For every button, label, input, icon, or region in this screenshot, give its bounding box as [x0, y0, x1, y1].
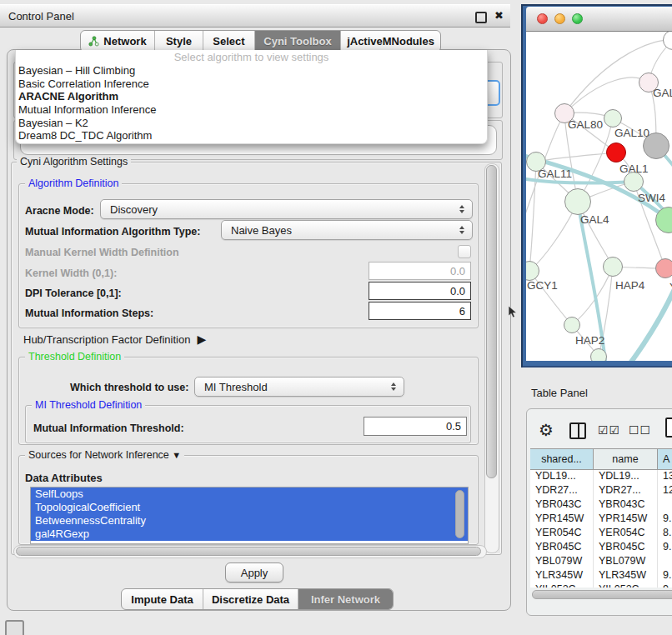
list-item[interactable]: gal4RGexp [31, 528, 468, 541]
aracne-mode-select[interactable]: Discovery [100, 199, 473, 219]
network-node-highlighted[interactable] [606, 142, 626, 162]
column-header-shared-name[interactable]: shared... [530, 449, 594, 469]
network-node[interactable] [590, 348, 607, 361]
network-window-titlebar[interactable] [526, 7, 672, 32]
table-row[interactable]: YDR27...YDR27...12 [530, 483, 672, 498]
sources-title[interactable]: Sources for Network Inference ▼ [25, 450, 184, 461]
select-all-icon[interactable]: ☑☑ [598, 423, 620, 437]
zoom-traffic-light-icon[interactable] [572, 13, 583, 24]
control-panel-tabbar: Network Style Select Cyni Toolbox jActiv… [80, 30, 441, 52]
dpi-tolerance-input[interactable]: 0.0 [369, 282, 471, 300]
dropdown-option-selected[interactable]: ARACNE Algorithm [16, 90, 487, 103]
column-header-name[interactable]: name [594, 449, 658, 469]
node-label: GAL80 [568, 118, 603, 131]
tab-impute-data[interactable]: Impute Data [122, 589, 203, 609]
node-label: HAP4 [615, 279, 644, 292]
table-row[interactable]: YIL052CYIL052C9 [530, 582, 672, 588]
deselect-all-icon[interactable]: ☐☐ [629, 423, 651, 437]
cell: YBR043C [594, 498, 658, 512]
tab-style[interactable]: Style [155, 31, 203, 52]
list-item[interactable]: BetweennessCentrality [31, 514, 468, 528]
cyni-settings-title: Cyni Algorithm Settings [17, 157, 131, 168]
kernel-width-value: 0.0 [450, 265, 465, 278]
table-header: shared... name A [530, 448, 672, 470]
new-table-icon[interactable] [665, 418, 672, 438]
tab-discretize-data[interactable]: Discretize Data [203, 589, 298, 609]
column-header-clipped[interactable]: A [658, 449, 672, 469]
table-row[interactable]: YDL19...YDL19...13 [530, 469, 672, 483]
which-threshold-select[interactable]: MI Threshold [194, 377, 404, 397]
stepper-arrows-icon [459, 226, 464, 234]
mi-steps-input[interactable]: 6 [369, 302, 471, 320]
cell: YLR345W [594, 568, 658, 582]
kernel-width-input[interactable]: 0.0 [369, 262, 471, 280]
node-label: GAL1 [619, 162, 649, 175]
screen: Control Panel ✖ Network Style Select Cyn… [0, 0, 672, 635]
cell: YIL052C [530, 582, 594, 588]
table-hscrollbar-thumb[interactable] [532, 590, 672, 599]
table-row[interactable]: YBR043CYBR043C [530, 498, 672, 512]
table-row[interactable]: YLR345WYLR345W9. [530, 568, 672, 582]
node-label: HAP2 [575, 334, 604, 347]
cell [658, 498, 672, 512]
mi-threshold-input[interactable]: 0.5 [364, 417, 467, 436]
network-node[interactable] [603, 257, 623, 277]
tab-cyni-toolbox-label: Cyni Toolbox [263, 35, 331, 48]
close-icon[interactable]: ✖ [494, 9, 504, 22]
minimize-traffic-light-icon[interactable] [554, 13, 565, 24]
table-row[interactable]: YBL079WYBL079W [530, 554, 672, 568]
aracne-mode-value: Discovery [110, 203, 158, 216]
network-node[interactable] [604, 109, 622, 128]
dropdown-option[interactable]: Bayesian – Hill Climbing [16, 64, 487, 78]
tab-impute-data-label: Impute Data [131, 593, 193, 606]
settings-vscrollbar-thumb[interactable] [486, 165, 497, 478]
tab-cyni-toolbox[interactable]: Cyni Toolbox [255, 31, 341, 52]
dock-panel-button[interactable] [5, 620, 24, 635]
dropdown-option[interactable]: Mutual Information Inference [16, 103, 487, 117]
mi-steps-value: 6 [459, 305, 465, 318]
apply-button[interactable]: Apply [225, 562, 283, 582]
tab-jactivemnodules[interactable]: jActiveMNodules [341, 31, 440, 52]
cell: YDL19... [530, 469, 594, 483]
tab-select[interactable]: Select [203, 31, 255, 52]
dropdown-option[interactable]: Basic Correlation Inference [16, 78, 487, 91]
network-node[interactable] [655, 258, 672, 278]
mouse-cursor [509, 306, 519, 319]
manual-kernel-checkbox[interactable] [458, 245, 471, 258]
algorithm-dropdown-popup: Select algorithm to view settings Bayesi… [15, 50, 488, 144]
tab-network[interactable]: Network [81, 31, 155, 52]
table-body: YDL19...YDL19...13 YDR27...YDR27...12 YB… [530, 469, 672, 588]
table-row[interactable]: YPR145WYPR145W9. [530, 512, 672, 526]
list-item[interactable]: TopologicalCoefficient [31, 501, 468, 514]
hub-definition-toggle[interactable]: Hub/Transcription Factor Definition ▶ [23, 332, 206, 346]
table-row[interactable]: YER054CYER054C8. [530, 526, 672, 540]
settings-hscrollbar-thumb[interactable] [16, 547, 481, 556]
aracne-mode-label: Aracne Mode: [25, 205, 94, 217]
tab-style-label: Style [166, 35, 192, 48]
cell: 9 [658, 582, 672, 588]
list-item[interactable]: SelfLoops [31, 488, 468, 501]
dropdown-option[interactable]: Bayesian – K2 [16, 117, 487, 130]
cell: 13 [658, 469, 672, 483]
cell [658, 554, 672, 568]
node-label: GAL4 [580, 213, 609, 226]
cell: YBR045C [594, 540, 658, 554]
which-threshold-value: MI Threshold [204, 381, 268, 393]
dropdown-option[interactable]: Dream8 DC_TDC Algorithm [16, 129, 487, 142]
mi-algorithm-type-select[interactable]: Naive Bayes [221, 220, 473, 240]
sources-title-label: Sources for Network Inference [28, 449, 169, 461]
float-window-icon[interactable] [475, 12, 487, 23]
cell: 9. [658, 568, 672, 582]
attributes-vscrollbar-thumb[interactable] [455, 490, 464, 538]
data-attributes-list[interactable]: SelfLoops TopologicalCoefficient Between… [30, 487, 469, 544]
split-view-icon[interactable] [569, 422, 586, 439]
network-node[interactable] [564, 317, 580, 333]
cell: YIL052C [594, 582, 658, 588]
table-row[interactable]: YBR045CYBR045C9. [530, 540, 672, 554]
tab-infer-network[interactable]: Infer Network [298, 589, 393, 609]
network-node[interactable] [564, 188, 591, 215]
node-label: GCY1 [527, 279, 558, 292]
network-canvas[interactable]: GAL GAL80 GAL10 GAL1 GAL11 SWI4 GAL4 GCY… [526, 32, 672, 361]
close-traffic-light-icon[interactable] [537, 13, 548, 24]
gear-icon[interactable]: ⚙ [539, 420, 554, 440]
